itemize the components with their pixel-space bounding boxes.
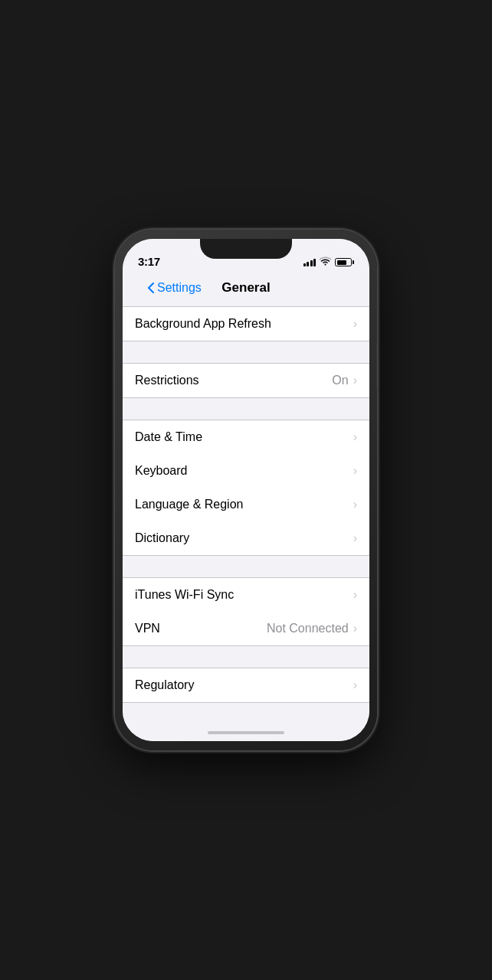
row-regulatory[interactable]: Regulatory ›: [123, 668, 369, 702]
gap-3: [123, 556, 369, 577]
language-region-label: Language & Region: [135, 498, 353, 511]
home-indicator: [123, 724, 369, 741]
date-time-arrow: ›: [353, 430, 357, 444]
row-bg-app-refresh[interactable]: Background App Refresh ›: [123, 307, 369, 341]
gap-4: [123, 646, 369, 668]
silent-button: [115, 306, 116, 323]
battery-icon: [335, 258, 354, 266]
language-region-arrow: ›: [353, 498, 357, 511]
restrictions-arrow: ›: [353, 374, 357, 387]
volume-down-button: [115, 371, 116, 395]
gap-1: [123, 341, 369, 363]
keyboard-arrow: ›: [353, 464, 357, 478]
keyboard-label: Keyboard: [135, 464, 353, 478]
phone-frame: 3:17: [115, 230, 377, 750]
settings-group-4: iTunes Wi-Fi Sync › VPN Not Connected ›: [123, 577, 369, 646]
settings-group-5: Regulatory ›: [123, 668, 369, 703]
regulatory-label: Regulatory: [135, 678, 353, 692]
wifi-icon: [320, 256, 331, 268]
row-date-time[interactable]: Date & Time ›: [123, 420, 369, 454]
settings-group-3: Date & Time › Keyboard › Language & Regi…: [123, 420, 369, 556]
row-language-region[interactable]: Language & Region ›: [123, 488, 369, 521]
row-itunes-wifi[interactable]: iTunes Wi-Fi Sync ›: [123, 578, 369, 612]
row-keyboard[interactable]: Keyboard ›: [123, 454, 369, 488]
signal-icon: [303, 259, 317, 266]
restrictions-value: On: [332, 374, 348, 387]
bg-app-refresh-arrow: ›: [353, 317, 357, 331]
itunes-wifi-arrow: ›: [353, 588, 357, 602]
navigation-bar: Settings General: [123, 273, 369, 306]
settings-group-2: Restrictions On ›: [123, 363, 369, 398]
gap-5: [123, 703, 369, 724]
phone-screen: 3:17: [123, 239, 369, 741]
row-dictionary[interactable]: Dictionary ›: [123, 521, 369, 555]
vpn-arrow: ›: [353, 622, 357, 635]
gap-2: [123, 398, 369, 420]
row-vpn[interactable]: VPN Not Connected ›: [123, 612, 369, 645]
row-restrictions[interactable]: Restrictions On ›: [123, 364, 369, 397]
date-time-label: Date & Time: [135, 430, 353, 444]
vpn-value: Not Connected: [267, 622, 349, 635]
power-button: [376, 345, 377, 387]
vpn-label: VPN: [135, 622, 267, 635]
back-label: Settings: [157, 281, 202, 295]
dictionary-arrow: ›: [353, 531, 357, 545]
page-title: General: [221, 280, 270, 296]
bg-app-refresh-label: Background App Refresh: [135, 317, 353, 331]
settings-group-1: Background App Refresh ›: [123, 306, 369, 341]
dictionary-label: Dictionary: [135, 531, 353, 545]
back-button[interactable]: Settings: [147, 281, 202, 295]
status-icons: [303, 256, 355, 268]
itunes-wifi-label: iTunes Wi-Fi Sync: [135, 588, 353, 602]
regulatory-arrow: ›: [353, 678, 357, 692]
status-time: 3:17: [138, 255, 160, 268]
home-bar: [208, 731, 284, 734]
notch: [200, 239, 292, 259]
restrictions-label: Restrictions: [135, 374, 332, 387]
volume-up-button: [115, 337, 116, 361]
settings-content[interactable]: Background App Refresh › Restrictions On…: [123, 306, 369, 724]
